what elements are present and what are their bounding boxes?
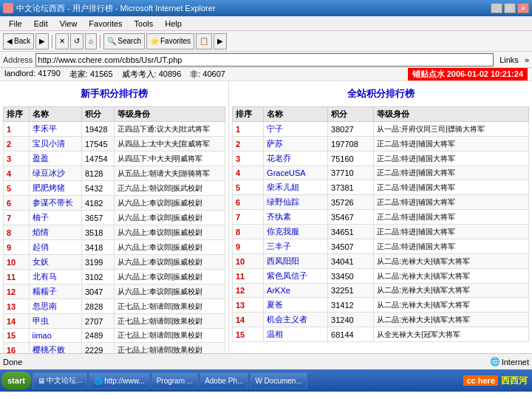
- rank-cell: 3: [233, 151, 264, 166]
- rank-cell: 12: [233, 284, 264, 298]
- rank-cell: 8: [4, 225, 30, 240]
- name-cell[interactable]: 李禾平: [29, 122, 81, 137]
- score-cell: 68144: [328, 327, 374, 342]
- close-button[interactable]: ✕: [517, 3, 529, 13]
- name-cell[interactable]: 绿豆冰沙: [29, 166, 81, 181]
- status-bar: Done 🌐 Internet: [0, 353, 532, 369]
- table-row: 12 糯糯子 3047 从六品上:奉议郎|振威校尉: [4, 284, 225, 299]
- name-cell[interactable]: 参谋不带长: [29, 196, 81, 211]
- taskbar-item-2[interactable]: 🌐 http://www...: [89, 372, 149, 389]
- menu-view[interactable]: View: [54, 16, 83, 30]
- name-cell[interactable]: 宝贝小清: [29, 137, 81, 151]
- name-cell[interactable]: 紫色凤信子: [264, 269, 328, 284]
- name-cell[interactable]: 柚子: [29, 211, 81, 225]
- right-panel: 全站积分排行榜 排序 名称 积分 等级身份 1 宁子 38027 从一品:开府仪…: [229, 81, 532, 353]
- task-icon-2: 🌐: [94, 377, 103, 385]
- level-cell: 正六品上:朝议郎|振武校尉: [115, 181, 225, 196]
- level-cell: 从四品下:中大夫|明威将军: [115, 151, 225, 166]
- name-cell[interactable]: 糯糯子: [29, 284, 81, 299]
- stop-button[interactable]: ✕: [55, 33, 69, 50]
- name-cell[interactable]: 温相: [264, 327, 328, 342]
- name-cell[interactable]: 你克我服: [264, 225, 328, 239]
- name-cell[interactable]: 甲虫: [29, 314, 81, 329]
- level-cell: 正二品:特进|辅国大将军: [374, 210, 529, 225]
- name-cell[interactable]: GraceUSA: [264, 166, 328, 180]
- score-cell: 17545: [81, 137, 114, 151]
- name-cell[interactable]: 宁子: [264, 122, 328, 137]
- table-row: 3 盈盈 14754 从四品下:中大夫|明威将军: [4, 151, 225, 166]
- maximize-button[interactable]: □: [504, 3, 516, 13]
- col-name: 名称: [29, 107, 81, 122]
- name-cell[interactable]: 盈盈: [29, 151, 81, 166]
- favorites-button[interactable]: ⭐ Favorites: [146, 33, 194, 50]
- menu-favorites[interactable]: Favorites: [83, 16, 128, 30]
- taskbar-item-4[interactable]: Adobe Ph...: [200, 372, 248, 389]
- menu-tools[interactable]: Tools: [129, 16, 160, 30]
- name-cell[interactable]: 西凤阳阳: [264, 254, 328, 269]
- name-cell[interactable]: 三丰子: [264, 239, 328, 254]
- menu-file[interactable]: File: [3, 16, 28, 30]
- name-cell[interactable]: 花老乔: [264, 151, 328, 166]
- score-cell: 34041: [328, 254, 374, 269]
- info-bar: landlord: 41790 老家: 41565 威考考入: 40896 非:…: [0, 68, 532, 81]
- rank-cell: 3: [4, 151, 30, 166]
- history-button[interactable]: 📋: [196, 33, 212, 50]
- table-row: 11 紫色凤信子 33450 从二品:光禄大夫|镇军大将军: [233, 269, 529, 284]
- go-button[interactable]: »: [525, 55, 529, 64]
- timestamp-time: 2006-01-02 10:21:24: [447, 69, 523, 78]
- table-row: 2 萨苏 197708 正二品:特进|辅国大将军: [233, 137, 529, 151]
- name-cell[interactable]: 北有马: [29, 270, 81, 284]
- score-cell: 8128: [81, 166, 114, 181]
- name-cell[interactable]: 肥肥烤猪: [29, 181, 81, 196]
- taskbar-item-5[interactable]: W Documen...: [250, 372, 307, 389]
- rank-cell: 14: [233, 313, 264, 327]
- table-row: 9 三丰子 34507 正二品:特进|辅国大将军: [233, 239, 529, 254]
- rank-cell: 1: [233, 122, 264, 137]
- name-cell[interactable]: iimao: [29, 329, 81, 343]
- table-row: 7 齐纨素 35467 正二品:特进|辅国大将军: [233, 210, 529, 225]
- forward-button[interactable]: ▶: [35, 33, 49, 50]
- back-button[interactable]: ◀ Back: [3, 33, 34, 50]
- level-cell: 正二品:特进|辅国大将军: [374, 239, 529, 254]
- name-cell[interactable]: ArKXe: [264, 284, 328, 298]
- level-cell: 正七品上:朝请郎|致果校尉: [115, 343, 225, 354]
- rank-cell: 7: [4, 211, 30, 225]
- table-row: 13 忽思南 2828 正七品上:朝请郎|致果校尉: [4, 299, 225, 314]
- address-input[interactable]: [35, 53, 494, 66]
- minimize-button[interactable]: _: [491, 3, 502, 13]
- rank-cell: 8: [233, 225, 264, 239]
- name-cell[interactable]: 焰情: [29, 225, 81, 240]
- home-button[interactable]: ⌂: [85, 33, 97, 50]
- search-button[interactable]: 🔍 Search: [103, 33, 145, 50]
- name-cell[interactable]: 起俏: [29, 240, 81, 255]
- links-button[interactable]: Links: [497, 55, 522, 64]
- window-controls[interactable]: _ □ ✕: [491, 3, 529, 13]
- level-cell: 从六品上:奉议郎|振威校尉: [115, 240, 225, 255]
- taskbar-item-3[interactable]: Program ...: [151, 372, 198, 389]
- taskbar-item-1[interactable]: 🖥 中文论坛...: [33, 372, 87, 389]
- level-cell: 正二品:特进|辅国大将军: [374, 137, 529, 151]
- zone-text: Internet: [502, 358, 529, 366]
- name-cell[interactable]: 夏爸: [264, 298, 328, 313]
- name-cell[interactable]: 绿野仙踪: [264, 195, 328, 210]
- menu-help[interactable]: Help: [159, 16, 188, 30]
- table-row: 7 柚子 3657 从六品上:奉议郎|振威校尉: [4, 211, 225, 225]
- table-row: 2 宝贝小清 17545 从四品上:太中大夫|宣威将军: [4, 137, 225, 151]
- name-cell[interactable]: 柴禾儿姐: [264, 180, 328, 195]
- score-cell: 35726: [328, 195, 374, 210]
- back-icon: ◀: [7, 37, 13, 45]
- start-button[interactable]: start: [1, 372, 31, 389]
- rank-cell: 15: [4, 329, 30, 343]
- name-cell[interactable]: 樱桃不败: [29, 343, 81, 354]
- name-cell[interactable]: 忽思南: [29, 299, 81, 314]
- table-row: 11 北有马 3102 从六品上:奉议郎|振威校尉: [4, 270, 225, 284]
- score-cell: 38027: [328, 122, 374, 137]
- menu-edit[interactable]: Edit: [28, 16, 54, 30]
- name-cell[interactable]: 萨苏: [264, 137, 328, 151]
- media-button[interactable]: ▶: [214, 33, 227, 50]
- name-cell[interactable]: 机会主义者: [264, 313, 328, 327]
- level-cell: 正七品上:朝请郎|致果校尉: [115, 314, 225, 329]
- name-cell[interactable]: 齐纨素: [264, 210, 328, 225]
- refresh-button[interactable]: ↺: [70, 33, 83, 50]
- name-cell[interactable]: 女妖: [29, 255, 81, 270]
